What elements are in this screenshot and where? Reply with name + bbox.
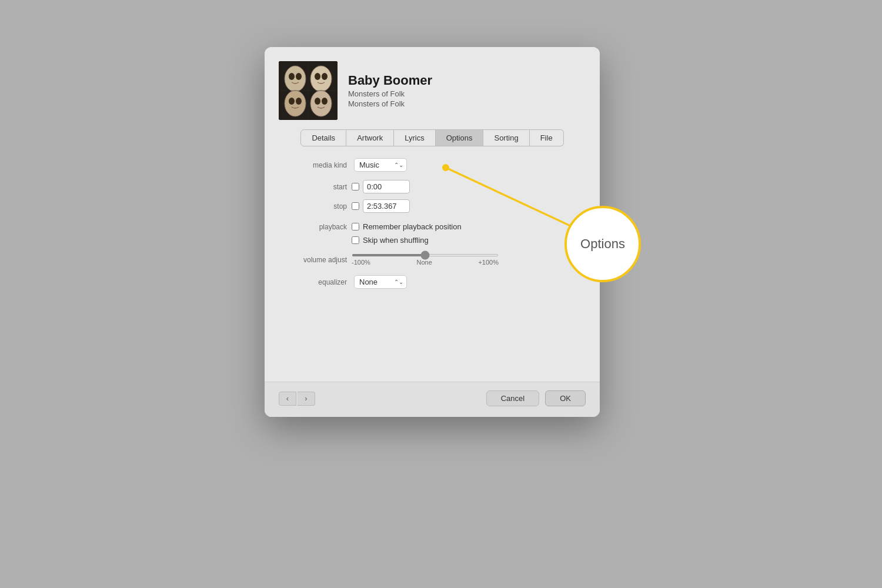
media-kind-select[interactable]: Music: [354, 158, 407, 172]
dialog-header: Baby Boomer Monsters of Folk Monsters of…: [265, 47, 600, 129]
stop-row: stop: [282, 199, 582, 213]
tab-file[interactable]: File: [530, 129, 564, 146]
stop-label: stop: [282, 202, 347, 211]
equalizer-row: equalizer None ⌃⌄: [282, 275, 582, 289]
slider-ticks: -100% None +100%: [352, 259, 499, 266]
playback-label: playback: [282, 223, 347, 231]
equalizer-label: equalizer: [282, 278, 347, 286]
equalizer-select-wrapper: None ⌃⌄: [354, 275, 407, 289]
next-button[interactable]: ›: [298, 392, 315, 406]
svg-point-9: [322, 73, 328, 80]
volume-slider[interactable]: [352, 254, 499, 256]
song-info: Baby Boomer Monsters of Folk Monsters of…: [348, 73, 432, 108]
remember-playback-checkbox[interactable]: [352, 223, 359, 230]
start-label: start: [282, 183, 347, 191]
svg-point-14: [315, 98, 320, 105]
dialog-window: Baby Boomer Monsters of Folk Monsters of…: [265, 47, 600, 417]
nav-buttons: ‹ ›: [279, 392, 315, 406]
volume-max-label: +100%: [478, 259, 499, 266]
start-input[interactable]: [363, 180, 410, 193]
equalizer-section: equalizer None ⌃⌄: [282, 275, 582, 289]
remember-playback-text: Remember playback position: [363, 222, 462, 231]
svg-point-15: [322, 98, 328, 105]
tabs-bar: Details Artwork Lyrics Options Sorting F…: [265, 129, 600, 146]
volume-label: volume adjust: [282, 256, 347, 264]
ok-button[interactable]: OK: [545, 390, 586, 406]
annotation-circle: Options: [564, 206, 641, 282]
start-row: start: [282, 180, 582, 193]
tab-options[interactable]: Options: [436, 129, 484, 146]
playback-shuffle-row: Skip when shuffling: [282, 236, 582, 245]
dialog-content: media kind Music ⌃⌄ start stop: [265, 146, 600, 382]
svg-point-6: [296, 73, 302, 80]
tab-details[interactable]: Details: [300, 129, 346, 146]
tab-lyrics[interactable]: Lyrics: [394, 129, 435, 146]
stop-checkbox[interactable]: [352, 202, 359, 210]
svg-point-5: [289, 73, 295, 80]
media-kind-select-wrapper: Music ⌃⌄: [354, 158, 407, 172]
svg-point-4: [285, 66, 306, 92]
volume-none-label: None: [416, 259, 432, 266]
svg-point-11: [289, 98, 295, 105]
annotation-label: Options: [580, 236, 625, 252]
svg-point-13: [310, 91, 332, 116]
stop-input[interactable]: [363, 199, 410, 213]
tab-artwork[interactable]: Artwork: [346, 129, 394, 146]
dialog-footer: ‹ › Cancel OK: [265, 382, 600, 417]
cancel-button[interactable]: Cancel: [486, 390, 539, 406]
playback-section: playback Remember playback position Skip…: [282, 222, 582, 245]
svg-point-10: [285, 91, 306, 116]
svg-point-7: [310, 66, 332, 92]
song-title: Baby Boomer: [348, 73, 432, 88]
start-checkbox[interactable]: [352, 183, 359, 191]
volume-min-label: -100%: [352, 259, 370, 266]
prev-button[interactable]: ‹: [279, 392, 296, 406]
media-kind-label: media kind: [282, 161, 347, 169]
playback-remember-row: playback Remember playback position: [282, 222, 582, 231]
slider-container: -100% None +100%: [352, 254, 582, 266]
svg-point-12: [296, 98, 302, 105]
svg-point-8: [315, 73, 320, 80]
skip-shuffling-label[interactable]: Skip when shuffling: [352, 236, 429, 245]
skip-shuffling-text: Skip when shuffling: [363, 236, 429, 245]
remember-playback-label[interactable]: Remember playback position: [352, 222, 462, 231]
tab-sorting[interactable]: Sorting: [483, 129, 529, 146]
volume-slider-row: volume adjust -100% None +100%: [282, 254, 582, 266]
volume-section: volume adjust -100% None +100%: [282, 254, 582, 266]
skip-shuffling-checkbox[interactable]: [352, 236, 359, 244]
action-buttons: Cancel OK: [486, 390, 586, 406]
album-art: [279, 61, 338, 120]
song-album: Monsters of Folk: [348, 99, 432, 108]
song-artist: Monsters of Folk: [348, 89, 432, 98]
media-kind-row: media kind Music ⌃⌄: [282, 158, 582, 172]
equalizer-select[interactable]: None: [354, 275, 407, 289]
